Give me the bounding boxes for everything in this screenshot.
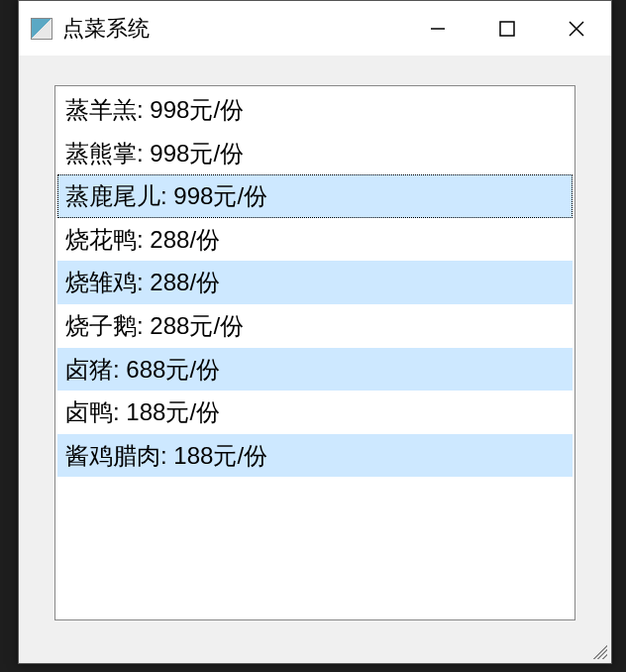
list-item[interactable]: 蒸鹿尾儿: 998元/份 <box>57 174 573 218</box>
maximize-button[interactable] <box>472 1 542 56</box>
list-item[interactable]: 蒸熊掌: 998元/份 <box>57 132 573 175</box>
window-title: 点菜系统 <box>62 14 403 44</box>
list-item[interactable]: 蒸羊羔: 998元/份 <box>57 88 573 132</box>
window-controls <box>403 1 611 56</box>
list-item[interactable]: 烧花鸭: 288/份 <box>57 218 573 262</box>
list-item[interactable]: 酱鸡腊肉: 188元/份 <box>57 434 573 478</box>
window-content: 蒸羊羔: 998元/份蒸熊掌: 998元/份蒸鹿尾儿: 998元/份烧花鸭: 2… <box>19 56 611 663</box>
close-button[interactable] <box>542 1 611 56</box>
close-icon <box>568 20 585 38</box>
maximize-icon <box>498 20 516 38</box>
list-item[interactable]: 卤猪: 688元/份 <box>57 348 573 392</box>
minimize-button[interactable] <box>403 1 472 56</box>
app-icon <box>31 18 52 40</box>
minimize-icon <box>429 20 447 38</box>
list-item[interactable]: 烧雏鸡: 288/份 <box>57 261 573 304</box>
list-item[interactable]: 烧子鹅: 288元/份 <box>57 304 573 348</box>
titlebar[interactable]: 点菜系统 <box>19 1 611 56</box>
resize-grip[interactable] <box>589 641 607 659</box>
list-item[interactable]: 卤鸭: 188元/份 <box>57 391 573 434</box>
app-window: 点菜系统 蒸羊羔: 998元/份蒸熊掌: 998元/份蒸鹿尾儿: 998元/份烧… <box>18 0 612 664</box>
menu-listbox[interactable]: 蒸羊羔: 998元/份蒸熊掌: 998元/份蒸鹿尾儿: 998元/份烧花鸭: 2… <box>54 85 575 620</box>
svg-rect-1 <box>500 22 514 36</box>
